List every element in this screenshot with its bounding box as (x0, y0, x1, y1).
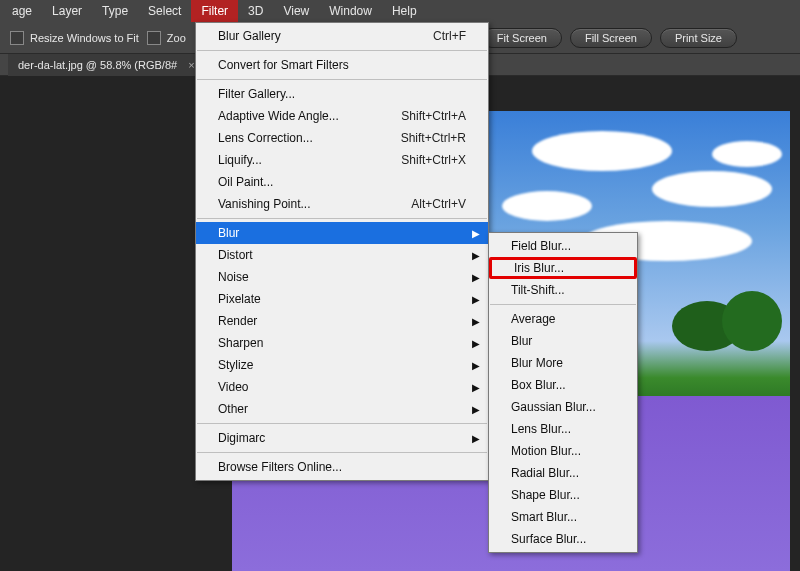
menuitem-distort[interactable]: Distort ▶ (196, 244, 488, 266)
fill-screen-button[interactable]: Fill Screen (570, 28, 652, 48)
menuitem-oil-paint[interactable]: Oil Paint... (196, 171, 488, 193)
menuitem-other[interactable]: Other ▶ (196, 398, 488, 420)
menuitem-convert-smart[interactable]: Convert for Smart Filters (196, 54, 488, 76)
menu-view[interactable]: View (273, 0, 319, 22)
menu-separator (197, 218, 487, 219)
menuitem-average[interactable]: Average (489, 308, 637, 330)
menuitem-label: Render (218, 314, 466, 328)
close-tab-icon[interactable]: × (188, 59, 194, 71)
menuitem-shortcut: Alt+Ctrl+V (411, 197, 466, 211)
menuitem-shape-blur[interactable]: Shape Blur... (489, 484, 637, 506)
menuitem-video[interactable]: Video ▶ (196, 376, 488, 398)
menuitem-noise[interactable]: Noise ▶ (196, 266, 488, 288)
menuitem-smart-blur[interactable]: Smart Blur... (489, 506, 637, 528)
submenu-arrow-icon: ▶ (472, 433, 480, 444)
menuitem-lens-correction[interactable]: Lens Correction... Shift+Ctrl+R (196, 127, 488, 149)
menuitem-label: Oil Paint... (218, 175, 466, 189)
menuitem-label: Tilt-Shift... (511, 283, 615, 297)
menu-type[interactable]: Type (92, 0, 138, 22)
document-tab[interactable]: der-da-lat.jpg @ 58.8% (RGB/8# × (8, 54, 206, 76)
menuitem-liquify[interactable]: Liquify... Shift+Ctrl+X (196, 149, 488, 171)
submenu-arrow-icon: ▶ (472, 250, 480, 261)
submenu-arrow-icon: ▶ (472, 360, 480, 371)
menu-3d[interactable]: 3D (238, 0, 273, 22)
menuitem-surface-blur[interactable]: Surface Blur... (489, 528, 637, 550)
menuitem-gaussian-blur[interactable]: Gaussian Blur... (489, 396, 637, 418)
menuitem-browse-filters-online[interactable]: Browse Filters Online... (196, 456, 488, 478)
menuitem-label: Liquify... (218, 153, 371, 167)
menuitem-label: Other (218, 402, 466, 416)
menuitem-digimarc[interactable]: Digimarc ▶ (196, 427, 488, 449)
menuitem-label: Shape Blur... (511, 488, 615, 502)
menuitem-filter-gallery[interactable]: Filter Gallery... (196, 83, 488, 105)
menuitem-box-blur[interactable]: Box Blur... (489, 374, 637, 396)
app-menubar: age Layer Type Select Filter 3D View Win… (0, 0, 800, 22)
menuitem-motion-blur[interactable]: Motion Blur... (489, 440, 637, 462)
menuitem-adaptive-wide-angle[interactable]: Adaptive Wide Angle... Shift+Ctrl+A (196, 105, 488, 127)
menuitem-label: Blur More (511, 356, 615, 370)
document-tab-title: der-da-lat.jpg @ 58.8% (RGB/8# (18, 59, 177, 71)
menuitem-vanishing-point[interactable]: Vanishing Point... Alt+Ctrl+V (196, 193, 488, 215)
menu-select[interactable]: Select (138, 0, 191, 22)
menuitem-label: Browse Filters Online... (218, 460, 466, 474)
menuitem-label: Blur (511, 334, 615, 348)
menuitem-label: Adaptive Wide Angle... (218, 109, 371, 123)
menuitem-label: Smart Blur... (511, 510, 615, 524)
menuitem-radial-blur[interactable]: Radial Blur... (489, 462, 637, 484)
submenu-arrow-icon: ▶ (472, 228, 480, 239)
menuitem-label: Sharpen (218, 336, 466, 350)
submenu-arrow-icon: ▶ (472, 294, 480, 305)
menuitem-label: Blur Gallery (218, 29, 403, 43)
menuitem-blur-gallery[interactable]: Blur Gallery Ctrl+F (196, 25, 488, 47)
menu-separator (197, 452, 487, 453)
menu-filter[interactable]: Filter (191, 0, 238, 22)
menuitem-label: Box Blur... (511, 378, 615, 392)
menuitem-sharpen[interactable]: Sharpen ▶ (196, 332, 488, 354)
menuitem-label: Lens Correction... (218, 131, 371, 145)
resize-windows-checkbox[interactable]: Resize Windows to Fit (10, 31, 139, 45)
menuitem-label: Gaussian Blur... (511, 400, 615, 414)
submenu-arrow-icon: ▶ (472, 338, 480, 349)
menuitem-field-blur[interactable]: Field Blur... (489, 235, 637, 257)
menuitem-label: Field Blur... (511, 239, 615, 253)
menuitem-label: Lens Blur... (511, 422, 615, 436)
menuitem-label: Blur (218, 226, 466, 240)
menuitem-shortcut: Shift+Ctrl+A (401, 109, 466, 123)
menuitem-shortcut: Shift+Ctrl+R (401, 131, 466, 145)
menu-image[interactable]: age (2, 0, 42, 22)
menu-separator (197, 50, 487, 51)
menuitem-shortcut: Ctrl+F (433, 29, 466, 43)
submenu-arrow-icon: ▶ (472, 382, 480, 393)
submenu-arrow-icon: ▶ (472, 404, 480, 415)
zoom-label: Zoo (167, 32, 186, 44)
menuitem-label: Stylize (218, 358, 466, 372)
menuitem-pixelate[interactable]: Pixelate ▶ (196, 288, 488, 310)
menuitem-render[interactable]: Render ▶ (196, 310, 488, 332)
zoom-checkbox[interactable]: Zoo (147, 31, 186, 45)
blur-submenu: Field Blur... Iris Blur... Tilt-Shift...… (488, 232, 638, 553)
menuitem-label: Vanishing Point... (218, 197, 381, 211)
menuitem-label: Average (511, 312, 615, 326)
menu-window[interactable]: Window (319, 0, 382, 22)
print-size-button[interactable]: Print Size (660, 28, 737, 48)
resize-windows-label: Resize Windows to Fit (30, 32, 139, 44)
menu-help[interactable]: Help (382, 0, 427, 22)
menuitem-iris-blur[interactable]: Iris Blur... (489, 257, 637, 279)
menu-layer[interactable]: Layer (42, 0, 92, 22)
menuitem-label: Pixelate (218, 292, 466, 306)
filter-menu: Blur Gallery Ctrl+F Convert for Smart Fi… (195, 22, 489, 481)
menuitem-blur[interactable]: Blur ▶ (196, 222, 488, 244)
menuitem-lens-blur[interactable]: Lens Blur... (489, 418, 637, 440)
menuitem-label: Video (218, 380, 466, 394)
menuitem-blur-more[interactable]: Blur More (489, 352, 637, 374)
menuitem-tilt-shift[interactable]: Tilt-Shift... (489, 279, 637, 301)
menuitem-blur-simple[interactable]: Blur (489, 330, 637, 352)
menuitem-label: Motion Blur... (511, 444, 615, 458)
menuitem-label: Surface Blur... (511, 532, 615, 546)
menuitem-stylize[interactable]: Stylize ▶ (196, 354, 488, 376)
fit-screen-button[interactable]: Fit Screen (482, 28, 562, 48)
submenu-arrow-icon: ▶ (472, 316, 480, 327)
menuitem-label: Noise (218, 270, 466, 284)
menuitem-shortcut: Shift+Ctrl+X (401, 153, 466, 167)
menu-separator (490, 304, 636, 305)
